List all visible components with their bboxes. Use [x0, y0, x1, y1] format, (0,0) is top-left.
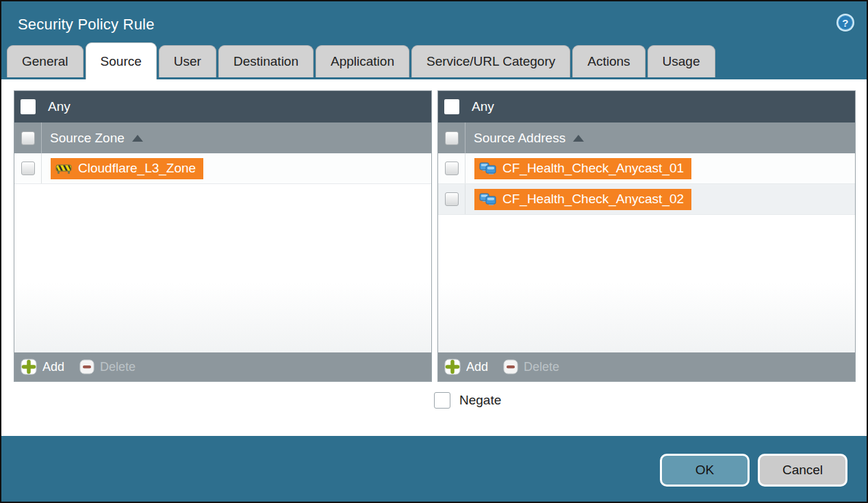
select-all-checkbox[interactable] [21, 131, 35, 145]
any-checkbox[interactable] [444, 99, 459, 114]
tab-application[interactable]: Application [316, 45, 409, 77]
table-row[interactable]: CF_Health_Check_Anycast_01 [438, 153, 855, 184]
table-row[interactable]: Cloudflare_L3_Zone [14, 153, 431, 184]
cancel-button[interactable]: Cancel [758, 454, 847, 487]
object-tag[interactable]: CF_Health_Check_Anycast_01 [474, 158, 691, 179]
add-button[interactable]: Add [444, 359, 488, 375]
dialog-action-bar: OK Cancel [1, 436, 867, 502]
add-icon [444, 359, 461, 375]
tab-label: Destination [233, 54, 298, 69]
source-address-panel: Any Source Address [437, 90, 856, 382]
zone-icon [55, 163, 72, 175]
tab-label: User [174, 54, 201, 69]
column-title-source-zone[interactable]: Source Zone [50, 122, 143, 153]
source-zone-panel: Any Source Zone [14, 90, 432, 382]
row-checkbox[interactable] [21, 162, 35, 175]
dialog-titlebar: Security Policy Rule ? [1, 1, 867, 42]
panels: Any Source Zone [14, 90, 856, 382]
object-tag[interactable]: Cloudflare_L3_Zone [51, 158, 203, 179]
tab-source[interactable]: Source [86, 42, 157, 79]
tab-general[interactable]: General [7, 45, 84, 77]
source-zone-column-header: Source Zone [14, 122, 431, 153]
source-zone-footer: Add Delete [14, 352, 431, 381]
row-checkbox-cell [438, 153, 465, 183]
negate-label: Negate [459, 393, 501, 408]
tab-strip: General Source User Destination Applicat… [1, 42, 867, 79]
sort-ascending-icon [132, 135, 143, 142]
row-checkbox-cell [438, 184, 465, 214]
source-address-any-header: Any [438, 91, 855, 122]
object-tag-label: CF_Health_Check_Anycast_01 [502, 161, 684, 176]
ok-button[interactable]: OK [660, 454, 750, 487]
add-button[interactable]: Add [21, 359, 64, 375]
svg-text:?: ? [842, 17, 848, 29]
tab-destination[interactable]: Destination [218, 45, 314, 77]
negate-row: Negate [14, 392, 856, 409]
any-checkbox[interactable] [21, 99, 36, 114]
source-zone-any-header: Any [14, 91, 431, 122]
dialog-title: Security Policy Rule [18, 16, 155, 34]
sort-ascending-icon [573, 135, 584, 142]
row-checkbox[interactable] [445, 162, 459, 175]
tab-label: General [22, 54, 68, 69]
address-icon [479, 193, 496, 206]
tab-user[interactable]: User [159, 45, 216, 77]
table-row[interactable]: CF_Health_Check_Anycast_02 [438, 184, 855, 215]
object-tag[interactable]: CF_Health_Check_Anycast_02 [474, 189, 691, 210]
delete-button[interactable]: Delete [79, 359, 136, 374]
security-policy-rule-dialog: Security Policy Rule ? General Source Us… [0, 0, 868, 503]
select-all-checkbox[interactable] [445, 131, 459, 145]
tab-label: Source [101, 54, 142, 69]
tab-label: Application [331, 54, 394, 69]
row-checkbox[interactable] [445, 192, 459, 206]
tab-service-url-category[interactable]: Service/URL Category [411, 45, 570, 77]
source-address-column-header: Source Address [438, 122, 855, 153]
delete-icon [503, 359, 518, 374]
row-checkbox-cell [14, 153, 42, 183]
tab-actions[interactable]: Actions [572, 45, 645, 77]
negate-checkbox[interactable] [434, 392, 450, 409]
source-address-footer: Add Delete [438, 352, 855, 381]
address-icon [479, 162, 496, 175]
delete-icon [79, 359, 94, 374]
object-tag-label: Cloudflare_L3_Zone [78, 161, 196, 176]
source-tab-content: Any Source Zone [1, 79, 867, 436]
source-zone-rows: Cloudflare_L3_Zone [14, 153, 431, 352]
any-label: Any [472, 99, 494, 114]
help-icon[interactable]: ? [835, 12, 856, 33]
column-title-source-address[interactable]: Source Address [474, 122, 584, 153]
source-address-rows: CF_Health_Check_Anycast_01 CF_Health_Che… [438, 153, 855, 352]
add-icon [21, 359, 37, 375]
object-tag-label: CF_Health_Check_Anycast_02 [502, 192, 684, 207]
tab-label: Usage [663, 54, 700, 69]
tab-label: Service/URL Category [426, 54, 555, 69]
delete-button[interactable]: Delete [503, 359, 559, 374]
tab-usage[interactable]: Usage [648, 45, 715, 77]
tab-label: Actions [587, 54, 630, 69]
any-label: Any [48, 99, 71, 114]
